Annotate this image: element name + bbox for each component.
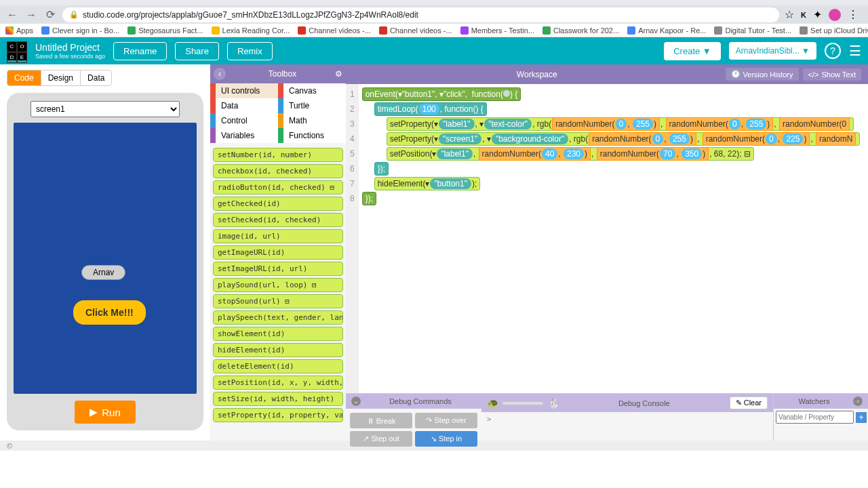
toolbox-block[interactable]: setImageURL(id, url): [213, 262, 343, 276]
extensions-icon[interactable]: ✦: [813, 8, 822, 21]
rabbit-icon[interactable]: 🐇: [547, 398, 559, 409]
set-property-block: setProperty(▾"screen1", ▾"background-col…: [387, 132, 861, 146]
hamburger-icon[interactable]: ☰: [849, 43, 861, 59]
step-in-button[interactable]: ↘ Step in: [415, 431, 477, 447]
step-out-button[interactable]: ↗ Step out: [350, 431, 412, 447]
toolbox-block[interactable]: checkbox(id, checked): [213, 164, 343, 178]
on-event-block: onEvent(▾"button1", ▾"click", function()…: [362, 87, 521, 101]
toolbox-block[interactable]: setChecked(id, checked): [213, 213, 343, 227]
back-icon[interactable]: ←: [5, 8, 19, 22]
user-menu[interactable]: ArnavIndianSibl... ▼: [729, 42, 816, 60]
project-title: Untitled Project: [35, 42, 105, 53]
tab-design[interactable]: Design: [41, 70, 81, 85]
phone-screen: Arnav Click Me!!!: [14, 123, 197, 394]
forward-icon[interactable]: →: [24, 8, 38, 22]
toolbox-title: Toolbox: [230, 69, 335, 79]
bookmark-item[interactable]: Members - Testin...: [460, 26, 534, 35]
toolbox-block[interactable]: showElement(id): [213, 327, 343, 341]
line-number: 7: [350, 176, 355, 191]
cat-turtle[interactable]: Turtle: [278, 98, 346, 113]
cat-data[interactable]: Data: [210, 98, 278, 113]
create-button[interactable]: Create ▼: [664, 42, 721, 60]
watch-input[interactable]: [776, 411, 854, 424]
collapse-icon[interactable]: ›: [853, 396, 863, 406]
star-icon[interactable]: ☆: [785, 8, 794, 21]
debug-console: 🐢 🐇 Debug Console ✎ Clear >: [481, 394, 773, 441]
close-block: });: [374, 162, 389, 176]
left-panel: Code Design Data screen1 Arnav Click Me!…: [0, 64, 210, 441]
watchers-panel: Watchers› +: [773, 394, 868, 441]
collapse-icon[interactable]: ⌄: [351, 396, 361, 406]
line-number: 3: [350, 117, 355, 131]
toolbox-block[interactable]: playSpeech(text, gender, lan: [213, 310, 343, 325]
speed-slider[interactable]: [502, 402, 543, 405]
click-me-button[interactable]: Click Me!!!: [73, 300, 146, 325]
toolbox-block[interactable]: setSize(id, width, height): [213, 392, 343, 406]
toolbox-back-icon[interactable]: ‹: [214, 68, 226, 80]
bookmark-item[interactable]: Classwork for 202...: [542, 26, 619, 35]
remix-button[interactable]: Remix: [227, 42, 273, 60]
console-prompt[interactable]: >: [481, 412, 773, 426]
tab-code[interactable]: Code: [7, 70, 41, 85]
cat-functions[interactable]: Functions: [278, 128, 346, 143]
bookmark-item[interactable]: Set up iCloud Driv...: [800, 26, 868, 35]
run-button[interactable]: ▶ Run: [75, 401, 136, 424]
bookmark-item[interactable]: Lexia Reading Cor...: [212, 26, 290, 35]
menu-dots-icon[interactable]: ⋮: [848, 8, 859, 21]
toolbox-block[interactable]: setPosition(id, x, y, width,: [213, 375, 343, 390]
bookmarks-bar: Apps Clever sign in - Bo... Stegosaurus …: [0, 24, 868, 37]
toolbox-block[interactable]: stopSound(url) ⊟: [213, 294, 343, 308]
gear-icon[interactable]: ⚙: [335, 69, 342, 79]
toolbox-block[interactable]: radioButton(id, checked) ⊟: [213, 180, 343, 195]
bookmark-item[interactable]: Digital Tutor - Test...: [714, 26, 791, 35]
cat-control[interactable]: Control: [210, 113, 278, 128]
toolbox-block[interactable]: setNumber(id, number): [213, 148, 343, 162]
apps-button[interactable]: Apps: [5, 26, 33, 35]
line-number: 6: [350, 161, 355, 176]
blocks-list[interactable]: setNumber(id, number)checkbox(id, checke…: [210, 143, 346, 441]
toolbox-block[interactable]: getImageURL(id): [213, 245, 343, 260]
reload-icon[interactable]: ⟳: [43, 8, 57, 22]
toolbox-block[interactable]: image(id, url): [213, 229, 343, 243]
share-button[interactable]: Share: [175, 42, 219, 60]
label-arnav: Arnav: [81, 265, 125, 280]
project-info: Untitled Project Saved a few seconds ago: [35, 42, 105, 60]
bookmark-item[interactable]: Channel videos -...: [298, 26, 371, 35]
rename-button[interactable]: Rename: [113, 42, 167, 60]
url-field[interactable]: 🔒 studio.code.org/projects/applab/gGuoe7…: [62, 7, 779, 22]
bookmark-item[interactable]: Clever sign in - Bo...: [41, 26, 119, 35]
bookmark-item[interactable]: Arnav Kapoor - Re...: [627, 26, 706, 35]
cat-canvas[interactable]: Canvas: [278, 83, 346, 98]
workspace-header: Workspace 🕐Version History </>Show Text: [346, 64, 868, 84]
code-editor[interactable]: 12345678 onEvent(▾"button1", ▾"click", f…: [346, 84, 868, 393]
cat-math[interactable]: Math: [278, 113, 346, 128]
bookmark-item[interactable]: Channel videos -...: [379, 26, 452, 35]
add-watch-button[interactable]: +: [856, 412, 867, 423]
screen-select[interactable]: screen1: [31, 101, 180, 117]
toolbox: ‹ Toolbox ⚙ UI controls Canvas Data Turt…: [210, 64, 346, 441]
clear-button[interactable]: ✎ Clear: [730, 396, 768, 409]
profile-icon[interactable]: [829, 9, 841, 21]
toolbox-header: ‹ Toolbox ⚙: [210, 64, 346, 83]
bookmark-item[interactable]: Stegosaurus Fact...: [127, 26, 203, 35]
step-over-button[interactable]: ↷ Step over: [415, 413, 477, 428]
workspace: Workspace 🕐Version History </>Show Text …: [346, 64, 868, 441]
tab-data[interactable]: Data: [81, 70, 111, 85]
logo[interactable]: CODE: [7, 41, 27, 60]
play-icon: ▶: [90, 406, 98, 418]
cat-variables[interactable]: Variables: [210, 128, 278, 143]
toolbox-block[interactable]: deleteElement(id): [213, 359, 343, 373]
show-text-button[interactable]: </>Show Text: [803, 68, 861, 81]
toolbox-block[interactable]: playSound(url, loop) ⊟: [213, 278, 343, 292]
toolbox-block[interactable]: setProperty(id, property, va: [213, 408, 343, 422]
code-lines[interactable]: onEvent(▾"button1", ▾"click", function()…: [359, 84, 868, 393]
turtle-icon[interactable]: 🐢: [487, 398, 498, 409]
cat-ui-controls[interactable]: UI controls: [210, 83, 278, 98]
toolbox-block[interactable]: getChecked(id): [213, 197, 343, 211]
ext-k-icon[interactable]: K: [801, 11, 806, 19]
version-history-button[interactable]: 🕐Version History: [726, 68, 799, 81]
help-icon[interactable]: ?: [825, 43, 841, 59]
code-icon: </>: [808, 70, 819, 79]
break-button[interactable]: ⏸ Break: [350, 413, 412, 428]
toolbox-block[interactable]: hideElement(id): [213, 343, 343, 357]
